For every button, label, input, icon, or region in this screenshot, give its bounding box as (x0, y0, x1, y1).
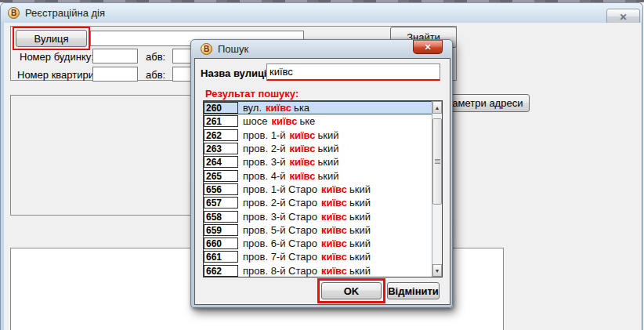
app-icon: B (8, 7, 20, 19)
street-name-text: пров. 5-й Старокиївський (243, 224, 371, 236)
street-code: 261 (204, 115, 238, 127)
match-highlight: київс (289, 156, 315, 168)
apartment-number-input[interactable] (92, 67, 138, 82)
ok-button[interactable]: OK (321, 282, 382, 299)
street-name-text: пров. 2-йкиївський (243, 143, 339, 154)
street-name-label: Назва вулиці: (201, 67, 270, 79)
street-code: 661 (204, 251, 238, 263)
search-results-list[interactable]: 260 вул.київська 261 шосекиївське 262 пр… (203, 100, 443, 277)
scroll-down-icon[interactable]: ▼ (432, 264, 442, 277)
street-code: 264 (204, 156, 238, 168)
house-number-label: Номер будинку: (20, 51, 94, 63)
search-dialog-title: Пошук (218, 43, 248, 55)
scrollbar-thumb[interactable] (432, 118, 442, 205)
street-code: 263 (204, 143, 238, 154)
apartment-number-label: Номер квартири: (17, 69, 97, 81)
street-code: 265 (204, 170, 238, 182)
street-code: 656 (204, 183, 238, 195)
street-code: 662 (204, 265, 238, 277)
street-code: 659 (204, 224, 238, 236)
main-window-title: Реєстраційна дія (25, 7, 105, 19)
street-name-search-input[interactable] (266, 63, 440, 81)
search-close-button[interactable]: ✕ (413, 40, 443, 54)
scrollbar-grip-icon (435, 159, 440, 164)
search-dialog-icon: B (201, 43, 212, 55)
street-name-text: пров. 3-йкиївський (243, 156, 339, 168)
screenshot-stage: B Реєстраційна дія ✕ Вулиця Номер будинк… (0, 0, 644, 330)
search-client-area: Назва вулиці: Результат пошуку: 260 вул.… (194, 58, 450, 305)
street-name-text: шосекиївське (243, 115, 315, 127)
street-code: 658 (204, 211, 238, 223)
match-highlight: київс (289, 129, 315, 141)
search-result-row[interactable]: 657 пров. 2-й Старокиївський (204, 196, 432, 209)
results-scrollbar[interactable]: ▲ ▼ (432, 101, 442, 277)
street-name-text: пров. 1-й Старокиївський (243, 183, 371, 195)
match-highlight: київс (271, 115, 297, 127)
match-highlight: київс (321, 224, 347, 236)
match-highlight: київс (289, 170, 315, 182)
match-highlight: київс (321, 251, 347, 263)
search-dialog: B Пошук ✕ Назва вулиці: Результат пошуку… (190, 39, 453, 308)
search-result-row[interactable]: 658 пров. 3-й Старокиївський (204, 209, 432, 223)
main-titlebar[interactable]: B Реєстраційна дія (1, 3, 642, 23)
search-result-row[interactable]: 261 шосекиївське (204, 114, 432, 128)
street-name-text: пров. 6-й Старокиївський (243, 238, 371, 249)
scroll-up-icon[interactable]: ▲ (432, 101, 442, 114)
match-highlight: київс (266, 102, 291, 114)
street-name-text: пров. 2-й Старокиївський (243, 197, 371, 209)
street-code: 260 (204, 102, 238, 114)
street-name-text: пров. 8-й Старокиївський (243, 265, 371, 277)
match-highlight: київс (321, 211, 347, 223)
search-result-row[interactable]: 659 пров. 5-й Старокиївський (204, 223, 432, 237)
search-result-row[interactable]: 662 пров. 8-й Старокиївський (204, 264, 432, 277)
search-result-row[interactable]: 661 пров. 7-й Старокиївський (204, 250, 432, 263)
search-result-row[interactable]: 260 вул.київська (204, 101, 432, 114)
search-result-row[interactable]: 262 пров. 1-йкиївський (204, 129, 432, 142)
street-code: 657 (204, 197, 238, 209)
street-code: 262 (204, 129, 238, 141)
cancel-button[interactable]: Відмінити (387, 282, 440, 299)
search-result-row[interactable]: 656 пров. 1-й Старокиївський (204, 183, 432, 196)
match-highlight: київс (321, 265, 347, 277)
street-button[interactable]: Вулиця (16, 30, 87, 47)
street-name-text: пров. 1-йкиївський (243, 129, 339, 141)
search-result-row[interactable]: 263 пров. 2-йкиївський (204, 142, 432, 155)
house-abv-label: абв: (146, 51, 165, 63)
match-highlight: київс (289, 143, 315, 154)
search-result-row[interactable]: 265 пров. 4-йкиївський (204, 169, 432, 182)
street-name-text: пров. 7-й Старокиївський (243, 251, 371, 263)
street-name-text: пров. 3-й Старокиївський (243, 211, 371, 223)
search-result-row[interactable]: 660 пров. 6-й Старокиївський (204, 237, 432, 250)
search-results-rows: 260 вул.київська 261 шосекиївське 262 пр… (204, 101, 432, 277)
search-results-label: Результат пошуку: (205, 88, 298, 100)
apartment-abv-label: абв: (146, 69, 165, 81)
house-number-input[interactable] (92, 49, 138, 63)
match-highlight: київс (321, 197, 347, 209)
street-code: 660 (204, 238, 238, 249)
street-name-text: пров. 4-йкиївський (243, 170, 339, 182)
search-result-row[interactable]: 264 пров. 3-йкиївський (204, 155, 432, 169)
match-highlight: київс (321, 238, 347, 249)
match-highlight: київс (321, 183, 347, 195)
street-name-text: вул.київська (243, 102, 309, 114)
